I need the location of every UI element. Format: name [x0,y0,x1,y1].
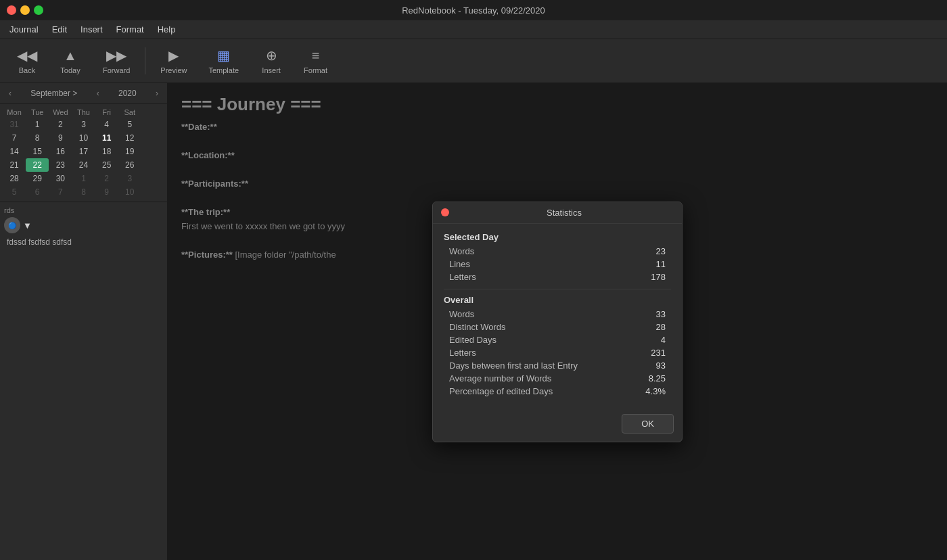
dialog-titlebar: Statistics [433,202,682,224]
dialog-close-button[interactable] [441,208,449,216]
close-button[interactable] [7,5,16,15]
cal-day-30[interactable]: 30 [49,172,72,185]
menu-format[interactable]: Format [110,23,151,36]
main-layout: ‹ September > ‹ 2020 › Mon Tue Wed Thu F… [0,83,947,560]
stat-distinct-label: Distinct Words [449,322,506,332]
toolbar-format[interactable]: ≡ Format [294,44,337,78]
cal-day-oct9[interactable]: 9 [95,185,118,199]
toolbar-template[interactable]: ▦ Template [199,43,248,78]
cal-day-24[interactable]: 24 [72,158,95,172]
stat-words-selected: Words 23 [444,245,671,258]
insert-icon: ⊕ [266,47,277,64]
cal-day-26[interactable]: 26 [118,158,141,172]
avatar: 🔵 [4,217,20,233]
cal-day-31[interactable]: 31 [3,118,26,131]
cal-day-oct8[interactable]: 8 [72,185,95,199]
year-forward-arrow[interactable]: › [152,87,162,99]
stat-words-overall: Words 33 [444,308,671,321]
cal-day-14[interactable]: 14 [3,145,26,158]
cal-day-oct2[interactable]: 2 [95,172,118,185]
dialog-overlay: Statistics Selected Day Words 23 Lines 1… [168,83,947,560]
toolbar-back[interactable]: ◀◀ Back [7,43,47,78]
month-back-arrow[interactable]: ‹ [5,87,15,99]
cal-day-11[interactable]: 11 [95,131,118,145]
cal-header-thu: Thu [72,107,95,118]
cal-day-oct1[interactable]: 1 [72,172,95,185]
cal-header-sat: Sat [118,107,141,118]
cal-day-16[interactable]: 16 [49,145,72,158]
cal-day-9[interactable]: 9 [49,131,72,145]
cal-day-28[interactable]: 28 [3,172,26,185]
tags-area: rds 🔵 ▼ fdssd fsdfsd sdfsd [0,202,167,560]
cal-day-1[interactable]: 1 [26,118,49,131]
cal-day-5[interactable]: 5 [118,118,141,131]
ok-button[interactable]: OK [622,414,674,434]
stat-letters-value: 178 [651,272,666,282]
cal-day-2[interactable]: 2 [49,118,72,131]
overall-section: Overall [444,295,671,305]
selected-day-section: Selected Day [444,232,671,242]
dialog-title: Statistics [455,208,674,218]
cal-day-25[interactable]: 25 [95,158,118,172]
stat-avg-label: Average number of Words [449,373,551,383]
menu-insert[interactable]: Insert [74,23,110,36]
cal-day-oct5[interactable]: 5 [3,185,26,199]
cal-day-oct6[interactable]: 6 [26,185,49,199]
cal-header-sun [141,107,164,118]
cal-day-12[interactable]: 12 [118,131,141,145]
cal-day-23[interactable]: 23 [49,158,72,172]
stat-words-overall-label: Words [449,309,474,319]
stat-avg-words: Average number of Words 8.25 [444,372,671,385]
year-back-arrow[interactable]: ‹ [93,87,103,99]
cal-day-3[interactable]: 3 [72,118,95,131]
back-icon: ◀◀ [17,47,37,64]
stat-words-overall-value: 33 [656,309,666,319]
cal-day-29[interactable]: 29 [26,172,49,185]
toolbar-insert[interactable]: ⊕ Insert [251,43,292,78]
menu-journal[interactable]: Journal [3,23,45,36]
content-area[interactable]: === Journey === **Date:** **Location:** … [168,83,947,560]
stat-letters-overall-label: Letters [449,348,476,358]
stat-days-between: Days between first and last Entry 93 [444,359,671,372]
stat-pct-value: 4.3% [645,386,666,396]
stat-lines-value: 11 [656,259,666,269]
cal-day-oct7[interactable]: 7 [49,185,72,199]
toolbar-today[interactable]: ▲ Today [50,44,91,78]
stat-distinct-words: Distinct Words 28 [444,321,671,333]
cal-day-7[interactable]: 7 [3,131,26,145]
menu-help[interactable]: Help [151,23,183,36]
cal-day-17[interactable]: 17 [72,145,95,158]
cal-day-8[interactable]: 8 [26,131,49,145]
cal-day-4[interactable]: 4 [95,118,118,131]
cal-day-blank1 [141,118,164,131]
menu-edit[interactable]: Edit [45,23,74,36]
toolbar-separator-1 [145,47,145,74]
stat-letters-overall-value: 231 [651,348,666,358]
cal-day-18[interactable]: 18 [95,145,118,158]
toolbar-forward[interactable]: ▶▶ Forward [93,43,139,78]
cal-day-19[interactable]: 19 [118,145,141,158]
stat-words-value: 23 [656,246,666,256]
cal-day-15[interactable]: 15 [26,145,49,158]
cal-day-10[interactable]: 10 [72,131,95,145]
stat-days-between-label: Days between first and last Entry [449,360,578,371]
template-label: Template [208,66,239,74]
month-label: September > [30,89,77,98]
today-label: Today [60,66,80,74]
stat-edited-days: Edited Days 4 [444,333,671,346]
cal-day-21[interactable]: 21 [3,158,26,172]
title-bar: RedNotebook - Tuesday, 09/22/2020 [0,0,947,20]
toolbar: ◀◀ Back ▲ Today ▶▶ Forward ▶ Preview ▦ T… [0,39,947,83]
stat-edited-value: 4 [661,335,666,345]
stat-avg-value: 8.25 [649,373,666,383]
minimize-button[interactable] [20,5,30,15]
cal-day-oct3[interactable]: 3 [118,172,141,185]
cal-day-oct10[interactable]: 10 [118,185,141,199]
cal-header-tue: Tue [26,107,49,118]
cal-day-22[interactable]: 22 [26,158,49,172]
cal-day-blank6 [141,185,164,199]
insert-label: Insert [262,66,281,74]
toolbar-preview[interactable]: ▶ Preview [151,43,196,78]
maximize-button[interactable] [34,5,43,15]
tags-dropdown-arrow[interactable]: ▼ [23,220,32,231]
